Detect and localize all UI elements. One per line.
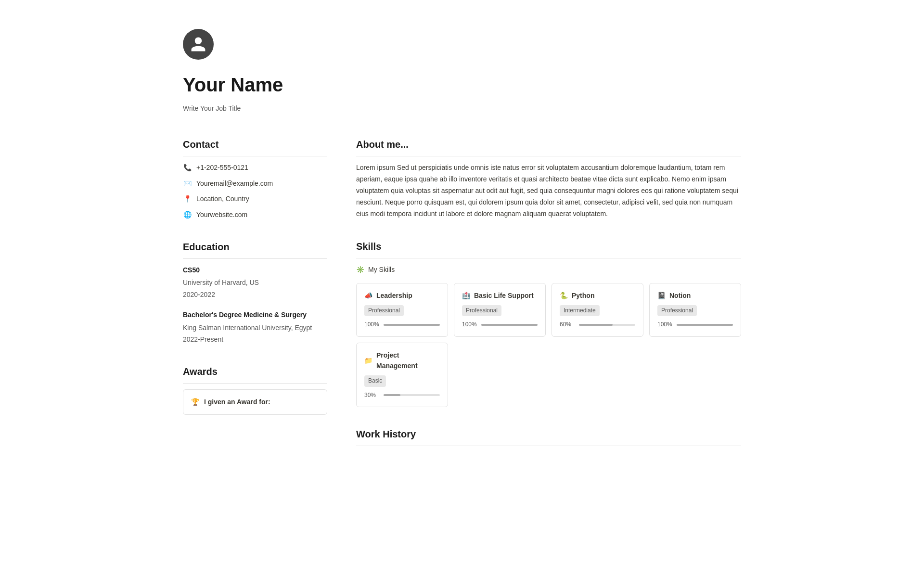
left-column: Contact 📞 +1-202-555-0121 ✉️ Youremail@e… xyxy=(183,137,327,465)
skill-name-pm: 📁 Project Management xyxy=(364,350,440,372)
skill-card-python: 🐍 Python Intermediate 60% xyxy=(552,283,643,337)
skills-grid-row2: 📁 Project Management Basic 30% xyxy=(356,343,741,407)
web-icon: 🌐 xyxy=(183,210,192,219)
skill-bar-fill-notion xyxy=(677,324,733,326)
skill-card-notion: 📓 Notion Professional 100% xyxy=(649,283,741,337)
edu-years-1: 2022-Present xyxy=(183,334,327,345)
edu-degree-1: Bachelor's Degree Medicine & Surgery xyxy=(183,309,327,320)
skill-card-leadership: 📣 Leadership Professional 100% xyxy=(356,283,448,337)
awards-title: Awards xyxy=(183,364,327,384)
edu-school-1: King Salman International University, Eg… xyxy=(183,322,327,333)
awards-section: Awards 🏆 I given an Award for: xyxy=(183,364,327,414)
edu-degree-0: CS50 xyxy=(183,265,327,275)
education-section: Education CS50 University of Harvard, US… xyxy=(183,239,327,345)
email-text: Youremail@example.com xyxy=(196,178,273,189)
job-title: Write Your Job Title xyxy=(183,103,741,114)
skill-percent-pm: 30% xyxy=(364,391,380,400)
skill-bar-python: 60% xyxy=(560,320,635,329)
about-section: About me... Lorem ipsum Sed ut perspicia… xyxy=(356,137,741,219)
skill-bar-bg-leadership xyxy=(384,324,440,326)
skill-bar-notion: 100% xyxy=(657,320,733,329)
contact-website: 🌐 Yourwebsite.com xyxy=(183,209,327,220)
work-history-title: Work History xyxy=(356,426,741,446)
skill-bar-bg-python xyxy=(579,324,635,326)
award-label: I given an Award for: xyxy=(204,397,270,407)
avatar xyxy=(183,29,214,60)
contact-section: Contact 📞 +1-202-555-0121 ✉️ Youremail@e… xyxy=(183,137,327,220)
website-text: Yourwebsite.com xyxy=(196,209,247,220)
skill-bar-bg-bls xyxy=(481,324,538,326)
person-icon xyxy=(190,36,207,53)
header-section: Your Name Write Your Job Title xyxy=(183,29,741,114)
skill-bar-bls: 100% xyxy=(462,320,538,329)
skill-percent-bls: 100% xyxy=(462,320,477,329)
education-item-0: CS50 University of Harvard, US 2020-2022 xyxy=(183,265,327,300)
edu-years-0: 2020-2022 xyxy=(183,289,327,300)
project-icon: 📁 xyxy=(364,355,372,366)
skill-badge-leadership: Professional xyxy=(364,305,404,316)
skill-bar-pm: 30% xyxy=(364,391,440,400)
right-column: About me... Lorem ipsum Sed ut perspicia… xyxy=(356,137,741,465)
skill-percent-notion: 100% xyxy=(657,320,673,329)
award-item: 🏆 I given an Award for: xyxy=(183,389,327,414)
skill-name-bls: 🏥 Basic Life Support xyxy=(462,290,538,301)
skills-title: Skills xyxy=(356,239,741,258)
about-text: Lorem ipsum Sed ut perspiciatis unde omn… xyxy=(356,162,741,219)
phone-icon: 📞 xyxy=(183,164,192,172)
skill-badge-notion: Professional xyxy=(657,305,697,316)
skill-bar-bg-notion xyxy=(677,324,733,326)
skill-card-pm: 📁 Project Management Basic 30% xyxy=(356,343,448,407)
contact-location: 📍 Location, Country xyxy=(183,193,327,204)
skills-grid-row1: 📣 Leadership Professional 100% xyxy=(356,283,741,337)
skill-bar-fill-python xyxy=(579,324,613,326)
python-icon: 🐍 xyxy=(560,290,568,301)
education-item-1: Bachelor's Degree Medicine & Surgery Kin… xyxy=(183,309,327,345)
email-icon: ✉️ xyxy=(183,179,192,188)
trophy-icon: 🏆 xyxy=(191,397,199,407)
contact-email: ✉️ Youremail@example.com xyxy=(183,178,327,189)
contact-title: Contact xyxy=(183,137,327,156)
notion-icon: 📓 xyxy=(657,290,666,301)
skill-bar-fill-leadership xyxy=(384,324,440,326)
skill-percent-leadership: 100% xyxy=(364,320,380,329)
location-icon: 📍 xyxy=(183,194,192,203)
skill-bar-bg-pm xyxy=(384,394,440,396)
skill-percent-python: 60% xyxy=(560,320,575,329)
skill-badge-python: Intermediate xyxy=(560,305,600,316)
skill-badge-bls: Professional xyxy=(462,305,501,316)
education-title: Education xyxy=(183,239,327,259)
user-name: Your Name xyxy=(183,69,741,100)
my-skills-header: ✳️ My Skills xyxy=(356,264,741,275)
skill-bar-fill-pm xyxy=(384,394,400,396)
skills-compass-icon: ✳️ xyxy=(356,264,364,275)
skills-section: Skills ✳️ My Skills 📣 Leadership Profess… xyxy=(356,239,741,407)
about-title: About me... xyxy=(356,137,741,156)
skill-name-python: 🐍 Python xyxy=(560,290,635,301)
skill-name-leadership: 📣 Leadership xyxy=(364,290,440,301)
my-skills-label: My Skills xyxy=(368,264,395,275)
location-text: Location, Country xyxy=(196,193,249,204)
phone-text: +1-202-555-0121 xyxy=(196,162,248,173)
page: Your Name Write Your Job Title Contact 📞… xyxy=(144,0,780,494)
firstaid-icon: 🏥 xyxy=(462,290,470,301)
contact-phone: 📞 +1-202-555-0121 xyxy=(183,162,327,173)
main-layout: Contact 📞 +1-202-555-0121 ✉️ Youremail@e… xyxy=(183,137,741,465)
megaphone-icon: 📣 xyxy=(364,290,372,301)
edu-school-0: University of Harvard, US xyxy=(183,277,327,288)
skill-bar-leadership: 100% xyxy=(364,320,440,329)
skill-badge-pm: Basic xyxy=(364,375,386,386)
skill-bar-fill-bls xyxy=(481,324,538,326)
skill-name-notion: 📓 Notion xyxy=(657,290,733,301)
work-history-section: Work History xyxy=(356,426,741,446)
skill-card-bls: 🏥 Basic Life Support Professional 100% xyxy=(454,283,546,337)
